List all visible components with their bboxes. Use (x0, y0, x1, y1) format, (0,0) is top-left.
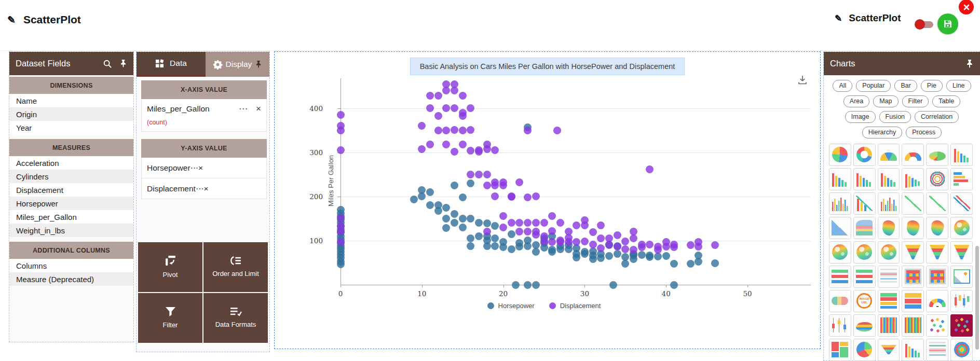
y-axis-field-row[interactable]: Displacement⋯× (142, 178, 266, 199)
search-icon[interactable] (103, 59, 112, 68)
chart-type-range-slider[interactable] (829, 266, 851, 288)
chart-type-table-2[interactable] (926, 339, 948, 361)
chart-filter-chip-line[interactable]: Line (946, 80, 971, 92)
pin-icon[interactable] (119, 59, 127, 68)
chart-type-globe-2[interactable] (829, 241, 851, 263)
download-icon[interactable] (797, 75, 808, 85)
chart-filter-chip-process[interactable]: Process (906, 127, 942, 138)
chart-filter-chip-all[interactable]: All (833, 80, 852, 92)
chart-type-range-slider-2[interactable] (853, 266, 876, 288)
chart-type-bands-2[interactable] (902, 290, 924, 312)
field-item[interactable]: Name (9, 94, 133, 107)
chart-filter-chip-area[interactable]: Area (843, 95, 869, 107)
field-item[interactable]: Horsepower (9, 197, 133, 210)
chart-type-globe-3[interactable] (853, 241, 876, 263)
chart-type-image-url[interactable]: IMAGE URL (853, 290, 876, 312)
chart-type-map-2[interactable] (902, 217, 924, 239)
field-item[interactable]: Displacement (9, 183, 133, 197)
chart-type-step-area[interactable] (829, 217, 851, 239)
chart-type-bands[interactable] (878, 290, 900, 312)
chart-type-semi-pie[interactable] (878, 144, 900, 166)
chart-type-table[interactable] (878, 266, 900, 288)
chart-title[interactable]: Basic Analysis on Cars Miles Per Gallon … (410, 58, 685, 75)
pin-icon[interactable] (255, 60, 262, 68)
chart-type-stacked-area[interactable] (853, 217, 876, 239)
scrollbar-thumb[interactable] (975, 246, 979, 350)
chart-type-heat-columns-2[interactable] (902, 314, 924, 337)
field-item[interactable]: Year (9, 121, 133, 134)
x-axis-field-card[interactable]: Miles_per_Gallon ⋯ × (count) (141, 99, 267, 132)
preview-toggle[interactable] (916, 21, 933, 28)
field-remove-icon[interactable]: × (203, 184, 208, 193)
chart-type-funnel-flat[interactable] (878, 339, 900, 361)
chart-type-funnel-2[interactable] (926, 241, 948, 263)
chart-type-globe-4[interactable] (878, 241, 900, 263)
field-item[interactable]: Columns (9, 259, 133, 272)
legend-item[interactable]: Horsepower (487, 302, 535, 310)
chart-type-radial-rings[interactable] (926, 168, 948, 190)
field-item[interactable]: Weight_in_lbs (9, 224, 133, 237)
chart-type-funnel[interactable] (902, 241, 924, 263)
filter-button[interactable]: Filter (138, 293, 202, 343)
chart-type-pie-3d[interactable] (926, 144, 948, 166)
chart-type-gauge[interactable] (926, 290, 948, 312)
chart-type-column-2[interactable] (829, 168, 851, 190)
chart-type-scatter[interactable] (926, 314, 948, 337)
close-button[interactable] (959, 0, 974, 15)
chart-filter-chip-pie[interactable]: Pie (921, 80, 943, 92)
field-remove-icon[interactable]: × (198, 163, 203, 173)
edit-pencil-icon[interactable]: ✎ (835, 13, 842, 24)
chart-type-scatter-selected[interactable] (950, 314, 973, 337)
field-item[interactable]: Acceleration (9, 156, 133, 170)
chart-type-semi-donut[interactable] (902, 144, 924, 166)
order-and-limit-button[interactable]: Order and Limit (203, 242, 268, 292)
chart-filter-chip-bar[interactable]: Bar (894, 80, 917, 92)
chart-filter-chip-popular[interactable]: Popular (856, 80, 891, 92)
field-more-icon[interactable]: ⋯ (190, 163, 199, 173)
y-axis-field-row[interactable]: Horsepower⋯× (142, 158, 266, 178)
field-item[interactable]: Origin (9, 107, 133, 121)
chart-type-bar-horizontal[interactable] (950, 168, 973, 190)
field-more-icon[interactable]: ⋯ (239, 106, 248, 112)
chart-type-heatmap[interactable] (902, 266, 924, 288)
chart-filter-chip-hierarchy[interactable]: Hierarchy (862, 127, 903, 138)
chart-type-column-3d[interactable] (902, 168, 924, 190)
chart-type-column-line[interactable] (853, 192, 876, 215)
chart-type-map[interactable] (878, 217, 900, 239)
chart-type-globe[interactable] (950, 217, 973, 239)
chart-type-map-3[interactable] (926, 217, 948, 239)
legend-item[interactable]: Displacement (549, 302, 601, 310)
chart-type-heat-columns[interactable] (878, 314, 900, 337)
tab-data[interactable]: Data (137, 52, 206, 77)
chart-filter-chip-filter[interactable]: Filter (902, 95, 929, 107)
chart-type-column-grouped-2[interactable] (878, 192, 900, 215)
chart-type-column[interactable] (950, 144, 973, 166)
chart-type-stream[interactable] (853, 314, 876, 337)
chart-filter-chip-table[interactable]: Table (932, 95, 960, 107)
chart-filter-chip-correlation[interactable]: Correlation (915, 111, 959, 123)
pin-icon[interactable] (965, 59, 974, 68)
pivot-button[interactable]: Pivot (138, 242, 202, 292)
field-item[interactable]: Measure (Deprecated) (9, 272, 133, 286)
chart-type-polar[interactable] (950, 339, 973, 361)
chart-type-column-grouped[interactable] (829, 192, 851, 215)
chart-filter-chip-map[interactable]: Map (873, 95, 898, 107)
chart-type-treemap[interactable] (829, 339, 851, 361)
chart-type-heatmap-2[interactable] (926, 266, 948, 288)
chart-type-box-plot[interactable] (829, 314, 851, 337)
chart-type-line-2[interactable] (926, 192, 948, 215)
chart-filter-chip-image[interactable]: Image (845, 111, 876, 123)
chart-filter-chip-fusion[interactable]: Fusion (879, 111, 911, 123)
field-more-icon[interactable]: ⋯ (196, 184, 204, 193)
field-item[interactable]: Miles_per_Gallon (9, 210, 133, 224)
chart-canvas-panel[interactable]: Basic Analysis on Cars Miles Per Gallon … (274, 51, 821, 349)
chart-type-column-3[interactable] (853, 168, 876, 190)
field-remove-icon[interactable]: × (256, 105, 261, 113)
chart-type-column-4[interactable] (878, 168, 900, 190)
chart-type-candlestick[interactable] (950, 290, 973, 312)
chart-type-image-gauge[interactable] (829, 290, 851, 312)
tab-display[interactable]: Display (206, 52, 269, 77)
chart-type-column-small[interactable] (902, 339, 924, 361)
chart-type-pie-2[interactable] (853, 339, 876, 361)
chart-type-multi-line[interactable] (950, 192, 973, 215)
